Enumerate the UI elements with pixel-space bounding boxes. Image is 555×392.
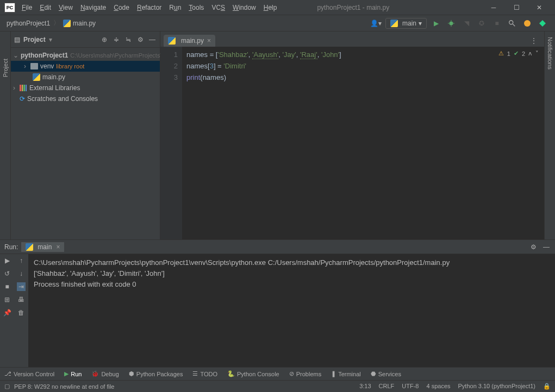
menu-edit[interactable]: Edit <box>40 4 51 11</box>
maximize-button[interactable]: ☐ <box>505 1 528 14</box>
menu-code[interactable]: Code <box>114 4 129 11</box>
menu-tools[interactable]: Tools <box>189 4 204 11</box>
pin-button[interactable]: 📌 <box>3 308 11 317</box>
rerun-button[interactable]: ▶ <box>3 256 11 265</box>
python-file-icon <box>33 73 40 81</box>
minimize-button[interactable]: ─ <box>482 1 505 14</box>
tab-version-control[interactable]: ⎇Version Control <box>4 370 54 377</box>
editor-tab-bar: main.py × ⋮ <box>160 31 544 47</box>
run-button[interactable]: ▶ <box>430 17 442 29</box>
menu-navigate[interactable]: Navigate <box>80 4 106 11</box>
hide-run-panel-icon[interactable]: — <box>542 243 551 251</box>
tree-root[interactable]: ⌄ pythonProject1 C:\Users\mshah\PycharmP… <box>11 50 160 61</box>
settings-icon[interactable]: ⚙ <box>136 35 145 44</box>
rerun-failed-button[interactable]: ↺ <box>3 269 11 278</box>
close-tab-icon[interactable]: × <box>207 37 211 45</box>
line-separator[interactable]: CRLF <box>379 383 395 390</box>
stop-run-button[interactable]: ■ <box>3 282 11 291</box>
project-panel: ▤ Project ▾ ⊕ ≑ ≒ ⚙ — ⌄ pythonProject1 C… <box>11 31 160 239</box>
run-output[interactable]: C:\Users\mshah\PycharmProjects\pythonPro… <box>28 254 555 367</box>
tab-services[interactable]: ⬣Services <box>371 370 401 377</box>
run-configuration-selector[interactable]: main ▾ <box>385 18 427 29</box>
lock-icon[interactable]: 🔒 <box>543 383 551 390</box>
todo-icon: ☰ <box>192 370 198 377</box>
select-opened-file-icon[interactable]: ⊕ <box>100 35 109 44</box>
tool-windows-icon[interactable]: ▢ <box>4 383 10 390</box>
layout-button[interactable]: ⊞ <box>3 295 11 304</box>
python-icon <box>26 243 33 251</box>
indent-setting[interactable]: 4 spaces <box>426 383 450 390</box>
clear-all-icon[interactable]: 🗑 <box>17 308 26 317</box>
soft-wrap-icon[interactable]: ⇥ <box>17 282 26 291</box>
breadcrumb-project[interactable]: pythonProject1 <box>7 20 50 27</box>
typo-icon: ✔ <box>514 50 519 57</box>
profile-button[interactable]: ✪ <box>476 17 488 29</box>
add-user-icon[interactable]: 👤▾ <box>370 17 382 29</box>
down-stack-icon[interactable]: ↓ <box>17 269 26 278</box>
inspection-widget[interactable]: ⚠1 ✔2 ʌ ˅ <box>498 50 539 57</box>
interpreter[interactable]: Python 3.10 (pythonProject1) <box>458 383 535 390</box>
menu-window[interactable]: Window <box>233 4 256 11</box>
tab-python-console[interactable]: 🐍Python Console <box>227 370 279 377</box>
breadcrumb-file[interactable]: main.py <box>73 20 96 27</box>
tab-python-packages[interactable]: ⬢Python Packages <box>129 370 183 377</box>
menu-run[interactable]: Run <box>169 4 181 11</box>
menu-file[interactable]: File <box>22 4 32 11</box>
coverage-button[interactable]: ◥ <box>460 17 472 29</box>
expand-all-icon[interactable]: ≑ <box>112 35 121 44</box>
tab-run[interactable]: ▶Run <box>64 370 82 377</box>
close-icon[interactable]: × <box>56 243 60 251</box>
code-editor[interactable]: 1 2 3 names = ['Shahbaz', 'Aayush', 'Jay… <box>160 47 544 239</box>
code-with-me-icon[interactable] <box>537 17 548 29</box>
tab-debug[interactable]: 🐞Debug <box>91 370 119 377</box>
caret-position[interactable]: 3:13 <box>359 383 371 390</box>
python-file-icon <box>168 37 176 45</box>
hide-panel-icon[interactable]: — <box>148 35 157 44</box>
tree-scratches[interactable]: ⟳ Scratches and Consoles <box>11 93 160 104</box>
status-bar: ▢ PEP 8: W292 no newline at end of file … <box>0 380 555 392</box>
project-tree: ⌄ pythonProject1 C:\Users\mshah\PycharmP… <box>11 48 160 106</box>
menu-vcs[interactable]: VCS <box>211 4 225 11</box>
debug-button[interactable] <box>445 17 457 29</box>
svg-point-7 <box>524 20 531 27</box>
search-everywhere-button[interactable] <box>506 17 518 29</box>
editor-tab-main[interactable]: main.py × <box>164 35 215 47</box>
next-highlight-icon[interactable]: ˅ <box>535 50 539 57</box>
run-panel-tab[interactable]: main × <box>21 242 64 252</box>
collapse-all-icon[interactable]: ≒ <box>124 35 133 44</box>
tab-problems[interactable]: ⊘Problems <box>289 370 321 377</box>
tree-venv[interactable]: › venv library root <box>11 61 160 72</box>
editor-more-icon[interactable]: ⋮ <box>528 35 540 47</box>
tree-external-libraries[interactable]: › External Libraries <box>11 83 160 93</box>
menu-help[interactable]: Help <box>264 4 277 11</box>
right-tool-strip: Notifications <box>544 31 555 239</box>
stop-button[interactable]: ■ <box>491 17 503 29</box>
up-stack-icon[interactable]: ↑ <box>17 256 26 265</box>
notifications-tool-tab[interactable]: Notifications <box>547 37 553 69</box>
project-panel-header: ▤ Project ▾ ⊕ ≑ ≒ ⚙ — <box>11 31 160 48</box>
close-button[interactable]: ✕ <box>528 1 551 14</box>
menu-refactor[interactable]: Refactor <box>137 4 161 11</box>
project-panel-title: Project <box>23 36 46 43</box>
project-tool-tab[interactable]: Project <box>2 59 9 77</box>
run-tool-window: Run: main × ⚙ — ▶ ↺ ■ ⊞ 📌 ↑ ↓ ⇥ 🖶 🗑 C:\U… <box>0 239 555 367</box>
menu-view[interactable]: View <box>59 4 73 11</box>
bottom-tool-tabs: ⎇Version Control ▶Run 🐞Debug ⬢Python Pac… <box>0 367 555 380</box>
external-libraries-icon <box>20 85 27 91</box>
prev-highlight-icon[interactable]: ʌ <box>528 50 532 57</box>
tab-todo[interactable]: ☰TODO <box>192 370 217 377</box>
status-message: PEP 8: W292 no newline at end of file <box>14 383 114 390</box>
breadcrumb-separator: 〉 <box>53 18 60 28</box>
svg-line-6 <box>513 23 515 26</box>
run-settings-icon[interactable]: ⚙ <box>529 243 538 251</box>
chevron-down-icon[interactable]: ▾ <box>49 36 52 43</box>
code-content[interactable]: names = ['Shahbaz', 'Aayush', 'Jay', 'Ra… <box>182 47 544 239</box>
ide-update-icon[interactable] <box>521 17 533 29</box>
warning-icon: ⚠ <box>498 50 504 57</box>
print-icon[interactable]: 🖶 <box>17 295 26 304</box>
main-area: Project Bookmarks Structure ▤ Project ▾ … <box>0 31 555 239</box>
file-encoding[interactable]: UTF-8 <box>402 383 419 390</box>
tab-terminal[interactable]: ❚Terminal <box>331 370 361 377</box>
tree-main-file[interactable]: main.py <box>11 72 160 83</box>
title-bar: PC File Edit View Navigate Code Refactor… <box>0 0 555 15</box>
